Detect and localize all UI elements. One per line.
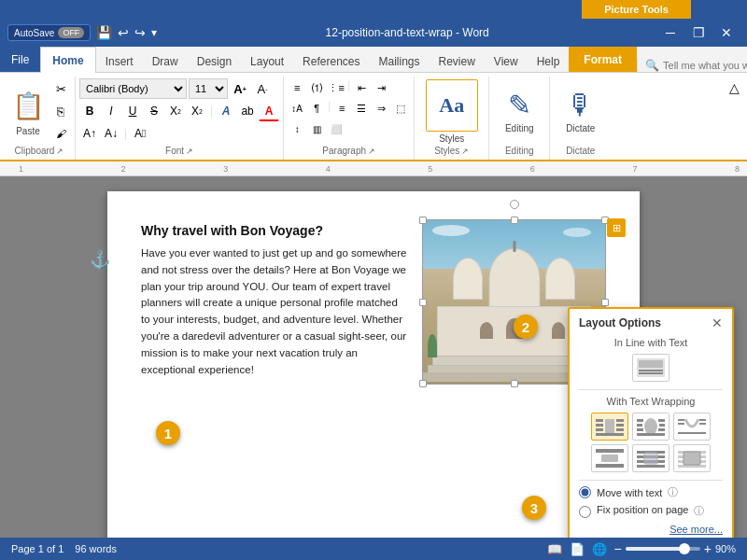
font-size-down2[interactable]: A↓ [101,123,121,144]
wrap-infront-btn[interactable] [673,444,711,472]
align-center[interactable]: ☰ [352,99,371,118]
collapse-ribbon-button[interactable]: △ [726,77,743,99]
tab-format[interactable]: Format [569,47,637,72]
save-icon[interactable]: 💾 [96,25,112,40]
numbering-button[interactable]: ⑴ [307,78,326,97]
tab-design[interactable]: Design [188,51,241,72]
styles-group: Aa Styles Styles ↗ [415,77,489,160]
inline-layout-btn[interactable] [632,354,669,382]
see-more-link[interactable]: See more... [579,524,723,535]
view-web-button[interactable]: 🌐 [592,542,607,556]
undo-icon[interactable]: ↩ [118,25,129,40]
redo-icon[interactable]: ↪ [134,25,146,40]
tab-view[interactable]: View [485,51,528,72]
restore-button[interactable]: ❐ [685,20,712,46]
zoom-area: − + 90% [614,541,736,556]
svg-rect-37 [684,452,700,465]
copy-button[interactable]: ⎘ [50,101,71,121]
superscript-button[interactable]: X2 [187,101,207,121]
zoom-slider[interactable] [626,547,700,551]
tab-help[interactable]: Help [528,51,570,72]
tab-file[interactable]: File [0,47,40,72]
handle-tl[interactable] [419,217,427,224]
wrap-tight-btn[interactable] [632,413,669,441]
show-formatting[interactable]: ¶ [307,99,326,118]
rotate-handle[interactable] [510,200,519,209]
sort-button[interactable]: ↕A [288,99,306,118]
fix-position-info-icon[interactable]: ⓘ [694,504,704,518]
view-read-button[interactable]: 📖 [547,542,562,556]
tab-insert[interactable]: Insert [96,51,143,72]
styles-expand-icon[interactable]: ↗ [461,147,469,156]
font-name-select[interactable]: Calibri (Body) [79,78,187,99]
tell-me-input[interactable] [663,60,747,71]
text-effects-button[interactable]: A [216,101,236,121]
handle-bc[interactable] [511,380,518,387]
wrap-topbottom-btn[interactable] [591,444,628,472]
popup-close-button[interactable]: ✕ [712,316,723,329]
bold-button[interactable]: B [79,101,100,121]
tab-mailings[interactable]: Mailings [369,51,429,72]
wrap-behind-btn[interactable] [632,444,669,472]
format-painter-button[interactable]: 🖌 [50,123,71,144]
tab-home[interactable]: Home [40,47,95,73]
multilevel-button[interactable]: ⋮≡ [327,78,345,97]
text-highlight-button[interactable]: ab [237,101,258,121]
align-right[interactable]: ⇒ [372,99,390,118]
font-color-button[interactable]: A [259,101,279,121]
tab-layout[interactable]: Layout [241,51,293,72]
minimize-button[interactable]: ─ [657,20,684,46]
tab-draw[interactable]: Draw [143,51,188,72]
paragraph-expand-icon[interactable]: ↗ [368,147,375,156]
align-left[interactable]: ≡ [332,99,351,118]
italic-button[interactable]: I [101,101,121,121]
styles-button[interactable]: Aa Styles [426,78,478,144]
tab-references[interactable]: References [293,51,369,72]
strikethrough-button[interactable]: S [144,101,164,121]
layout-options-trigger[interactable]: ⊞ [607,218,626,237]
fix-position-radio[interactable] [579,506,591,518]
clear-formatting[interactable]: A⃝ [130,123,150,144]
zoom-in-button[interactable]: + [704,541,712,556]
tell-me-area[interactable]: 🔍 [637,59,747,72]
zoom-out-button[interactable]: − [614,541,622,556]
handle-mr[interactable] [601,299,609,306]
increase-font-button[interactable]: A+ [230,78,250,99]
badge-1: 1 [156,421,180,445]
handle-ml[interactable] [419,299,427,306]
autosave-toggle[interactable]: AutoSave OFF [7,24,91,41]
line-spacing-button[interactable]: ↕ [288,119,306,138]
move-with-text-info-icon[interactable]: ⓘ [668,485,678,499]
font-expand-icon[interactable]: ↗ [186,147,193,156]
decrease-indent[interactable]: ⇤ [352,78,371,97]
search-icon: 🔍 [645,59,659,72]
clipboard-expand-icon[interactable]: ↗ [56,147,63,156]
font-size-up2[interactable]: A↑ [79,123,100,144]
font-size-select[interactable]: 11 [189,78,228,99]
cut-button[interactable]: ✂ [50,78,71,99]
zoom-thumb[interactable] [679,543,690,554]
decrease-font-button[interactable]: A- [252,78,273,99]
view-print-button[interactable]: 📄 [570,542,585,556]
wrap-through-btn[interactable] [673,413,711,441]
popup-divider-2 [579,480,723,481]
handle-tc[interactable] [511,217,518,224]
move-with-text-radio[interactable] [579,486,591,498]
svg-rect-26 [596,449,624,453]
editing-button[interactable]: ✎ Editing [505,78,534,144]
shading-button[interactable]: ▥ [307,119,326,138]
borders-button[interactable]: ⬜ [327,119,345,138]
handle-bl[interactable] [419,380,427,387]
underline-button[interactable]: U [122,101,143,121]
tab-review[interactable]: Review [430,51,485,72]
increase-indent[interactable]: ⇥ [372,78,390,97]
bullets-button[interactable]: ≡ [288,78,306,97]
paste-button[interactable]: 📋 Paste [7,85,49,138]
dictate-button[interactable]: 🎙 Dictate [566,78,595,144]
subscript-button[interactable]: X2 [165,101,186,121]
justify[interactable]: ⬚ [391,99,410,118]
quick-access-more[interactable]: ▾ [151,26,157,39]
wrap-square-btn[interactable] [591,413,628,441]
wrapping-row-1 [579,413,723,441]
close-button[interactable]: ✕ [713,20,740,46]
